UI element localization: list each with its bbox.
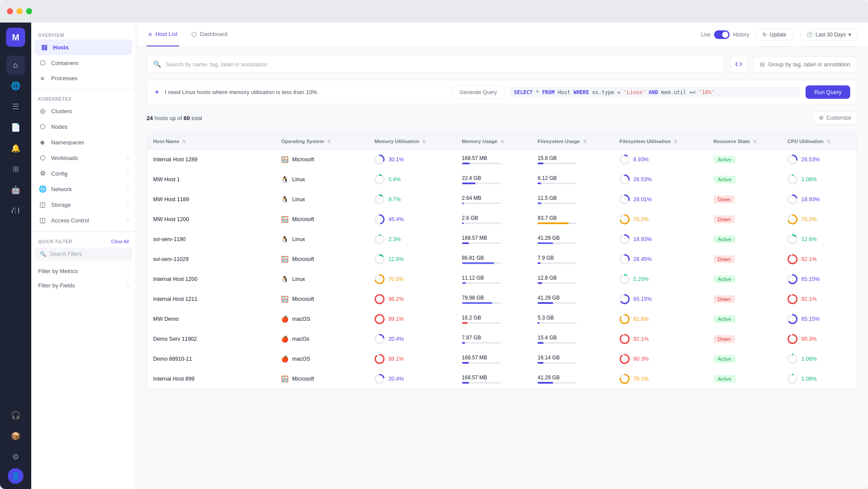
tab-dashboard[interactable]: ⬡ Dashboard	[190, 23, 229, 46]
nav-support-icon[interactable]: 🎧	[6, 406, 25, 425]
cell-mem-usage-3: 2.6 GB	[456, 209, 532, 229]
cell-fs-util-9: 92.1%	[613, 329, 708, 349]
table-row: Internal Host 899 🪟 Microsoft 20.4% 168.…	[147, 369, 857, 389]
nav-network-icon[interactable]: 🌐	[6, 76, 25, 95]
workloads-icon: ⬡	[38, 154, 47, 162]
cell-mem-util-8: 99.1%	[368, 309, 455, 329]
col-mem-usage[interactable]: Memory Usage ⇅	[456, 134, 532, 150]
search-filter-input[interactable]: 🔍 Search Filters	[35, 248, 132, 261]
network-label: Network	[51, 186, 123, 192]
cell-state-10: Active	[708, 349, 781, 369]
nav-file-icon[interactable]: 📄	[6, 118, 25, 137]
quick-filter-header: QUICK FILTER Clear All	[31, 235, 136, 246]
network-chevron: ›	[127, 186, 129, 192]
storage-icon: ◫	[38, 201, 47, 209]
table-row: svi-serv-1190 🐧 Linux 2.3% 168.57 MB 41.…	[147, 229, 857, 249]
table-row: Demo 88910-11 🍎 macOS 88.1% 168.57 MB 16…	[147, 349, 857, 369]
cell-os-9: 🍎 macOs	[275, 329, 368, 349]
nav-home-icon[interactable]: ⌂	[6, 55, 25, 75]
cell-fs-usage-10: 16.14 GB	[531, 349, 613, 369]
cell-os-6: 🐧 Linux	[275, 269, 368, 289]
last30-button[interactable]: 🕐 Last 30 Days ▾	[800, 29, 858, 41]
generate-query-button[interactable]: Generate Query	[452, 86, 504, 99]
search-input-wrap[interactable]: 🔍 Search by name, tag, label or annotati…	[147, 55, 725, 73]
customize-icon: ⚙	[819, 115, 824, 121]
cell-cpu-util-9: 90.3%	[781, 329, 857, 349]
sidebar-item-nodes[interactable]: ⬡ Nodes	[31, 119, 136, 134]
network-icon: 🌐	[38, 185, 47, 193]
svg-point-70	[788, 375, 797, 383]
update-button[interactable]: ↻ Update	[756, 29, 793, 41]
nav-list-icon[interactable]: ☰	[6, 97, 25, 116]
group-by-label: Group by tag, label or annotation	[768, 61, 850, 68]
hosts-label: Hosts	[53, 44, 127, 51]
fs-usage-sort-icon: ⇅	[583, 139, 586, 144]
table-row: MW Host 1200 🪟 Microsoft 45.4% 2.6 GB 83…	[147, 209, 857, 229]
nav-settings-icon[interactable]: ⚙	[6, 447, 25, 466]
col-fs-util[interactable]: Filesystem Utilisation ⇅	[613, 134, 708, 150]
run-query-button[interactable]: Run Query	[806, 85, 850, 99]
nav-package-icon[interactable]: 📦	[6, 427, 25, 446]
config-icon: ⚙	[38, 170, 47, 177]
containers-label: Containers	[51, 60, 129, 66]
sidebar-item-workloads[interactable]: ⬡ Workloads ›	[31, 150, 136, 166]
svg-point-43	[375, 295, 384, 303]
nav-robot-icon[interactable]: 🤖	[6, 180, 25, 199]
nav-alert-icon[interactable]: 🔔	[6, 139, 25, 158]
clear-all-button[interactable]: Clear All	[111, 239, 129, 244]
svg-point-49	[375, 315, 384, 323]
sidebar-item-clusters[interactable]: ◎ Clusters	[31, 103, 136, 119]
state-sort-icon: ⇅	[753, 139, 757, 144]
cell-cpu-util-5: 92.1%	[781, 249, 857, 269]
nav-topology-icon[interactable]: ⛙	[6, 201, 25, 220]
maximize-button[interactable]	[26, 8, 32, 14]
sidebar-item-network[interactable]: 🌐 Network ›	[31, 181, 136, 197]
tab-host-list[interactable]: ≡ Host List	[147, 23, 179, 46]
overview-section-label: OVERVIEW	[31, 29, 136, 39]
cell-fs-usage-3: 83.7 GB	[531, 209, 613, 229]
col-os[interactable]: Operating System ⇅	[275, 134, 368, 150]
sidebar-item-processes[interactable]: ≡ Processes	[31, 71, 136, 86]
cell-hostname-11: Internal Host 899	[147, 369, 275, 389]
col-hostname[interactable]: Host Name ⇅	[147, 134, 275, 150]
cell-fs-util-5: 28.45%	[613, 249, 708, 269]
nav-grid-icon[interactable]: ⊞	[6, 160, 25, 179]
group-by-button[interactable]: ⊟ Group by tag, label or annotation	[753, 56, 858, 72]
namespaces-icon: ◈	[38, 138, 47, 146]
namespaces-label: Namespaces	[51, 139, 129, 146]
cell-state-3: Down	[708, 209, 781, 229]
col-fs-usage[interactable]: Filesystem Usage ⇅	[531, 134, 613, 150]
col-cpu-util[interactable]: CPU Utilisation ⇅	[781, 134, 857, 150]
svg-point-61	[375, 355, 384, 363]
dashboard-tab-icon: ⬡	[191, 31, 197, 38]
sidebar-item-filter-fields[interactable]: Filter by Fields ›	[31, 278, 136, 293]
live-toggle-switch[interactable]	[714, 30, 730, 39]
cell-state-8: Active	[708, 309, 781, 329]
cell-mem-util-9: 20.4%	[368, 329, 455, 349]
cell-os-1: 🐧 Linux	[275, 170, 368, 189]
sidebar-item-storage[interactable]: ◫ Storage ›	[31, 197, 136, 212]
clusters-icon: ◎	[38, 107, 47, 115]
mem-usage-sort-icon: ⇅	[501, 139, 504, 144]
sidebar-item-hosts[interactable]: ▤ Hosts	[35, 39, 132, 55]
col-state[interactable]: Resource State ⇅	[708, 134, 781, 150]
update-icon: ↻	[763, 32, 767, 38]
svg-point-6	[375, 175, 384, 184]
sidebar-item-filter-metrics[interactable]: Filter by Metrics ›	[31, 264, 136, 278]
nav-avatar-icon[interactable]: 👤	[8, 468, 23, 484]
close-button[interactable]	[7, 8, 13, 14]
cell-os-10: 🍎 macOS	[275, 349, 368, 369]
cell-fs-util-4: 18.93%	[613, 229, 708, 249]
ai-query-row: ✦ I need Linux hosts where memory utilis…	[147, 80, 858, 104]
sidebar-item-namespaces[interactable]: ◈ Namespaces	[31, 134, 136, 150]
sidebar-item-containers[interactable]: ⬡ Containers	[31, 55, 136, 71]
col-mem-util[interactable]: Memory Utilisation ⇅	[368, 134, 455, 150]
code-button[interactable]	[730, 55, 747, 73]
sidebar-item-access-control[interactable]: ◫ Access Control ›	[31, 212, 136, 228]
sidebar-item-config[interactable]: ⚙ Config ›	[31, 166, 136, 181]
minimize-button[interactable]	[16, 8, 23, 14]
cell-cpu-util-0: 26.53%	[781, 150, 857, 170]
access-control-icon: ◫	[38, 216, 47, 224]
customize-button[interactable]: ⚙ Customize	[812, 111, 858, 124]
cell-state-7: Down	[708, 289, 781, 309]
